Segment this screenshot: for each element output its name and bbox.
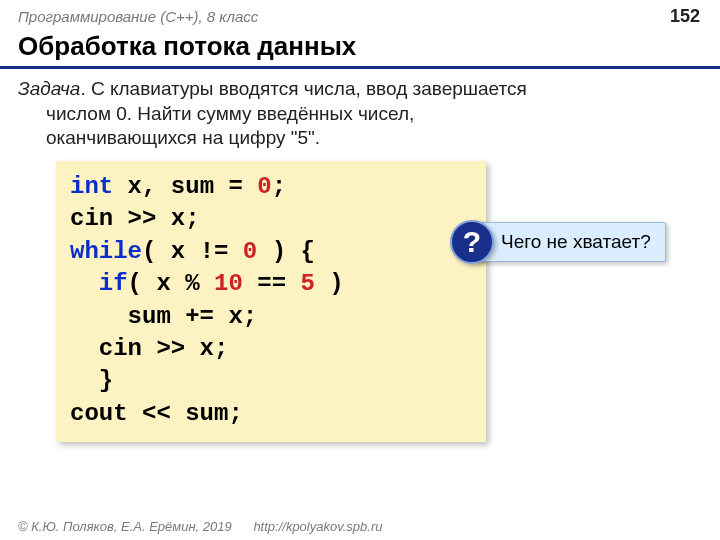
- task-line1: . С клавиатуры вводятся числа, ввод заве…: [80, 78, 526, 99]
- code-text: ( x %: [128, 270, 214, 297]
- code-text: x, sum =: [113, 173, 257, 200]
- code-block: int x, sum = 0; cin >> x; while( x != 0 …: [56, 161, 486, 442]
- code-keyword: int: [70, 173, 113, 200]
- code-line: cout << sum;: [70, 400, 243, 427]
- task-label: Задача: [18, 78, 80, 99]
- code-keyword: if: [70, 270, 128, 297]
- code-line: }: [70, 367, 113, 394]
- task-line2: числом 0. Найти сумму введённых чисел,: [18, 102, 680, 127]
- course-title: Программирование (C++), 8 класс: [18, 8, 258, 25]
- header: Программирование (C++), 8 класс 152: [0, 0, 720, 29]
- code-number: 5: [300, 270, 314, 297]
- page-title: Обработка потока данных: [0, 29, 720, 69]
- callout-text: Чего не хватает?: [476, 222, 666, 262]
- code-text: ( x !=: [142, 238, 243, 265]
- footer-url: http://kpolyakov.spb.ru: [253, 519, 382, 534]
- code-number: 0: [257, 173, 271, 200]
- code-text: ) {: [257, 238, 315, 265]
- question-icon: ?: [450, 220, 494, 264]
- callout: ? Чего не хватает?: [450, 220, 666, 264]
- code-number: 10: [214, 270, 243, 297]
- page-number: 152: [670, 6, 700, 27]
- code-text: ==: [243, 270, 301, 297]
- code-line: cin >> x;: [70, 205, 200, 232]
- code-number: 0: [243, 238, 257, 265]
- code-text: ): [315, 270, 344, 297]
- code-line: sum += x;: [70, 303, 257, 330]
- task-text: Задача. С клавиатуры вводятся числа, вво…: [0, 77, 720, 151]
- copyright: © К.Ю. Поляков, Е.А. Ерёмин, 2019: [18, 519, 232, 534]
- code-text: ;: [272, 173, 286, 200]
- task-line3: оканчивающихся на цифру "5".: [18, 126, 680, 151]
- footer: © К.Ю. Поляков, Е.А. Ерёмин, 2019 http:/…: [18, 519, 382, 534]
- code-keyword: while: [70, 238, 142, 265]
- code-line: cin >> x;: [70, 335, 228, 362]
